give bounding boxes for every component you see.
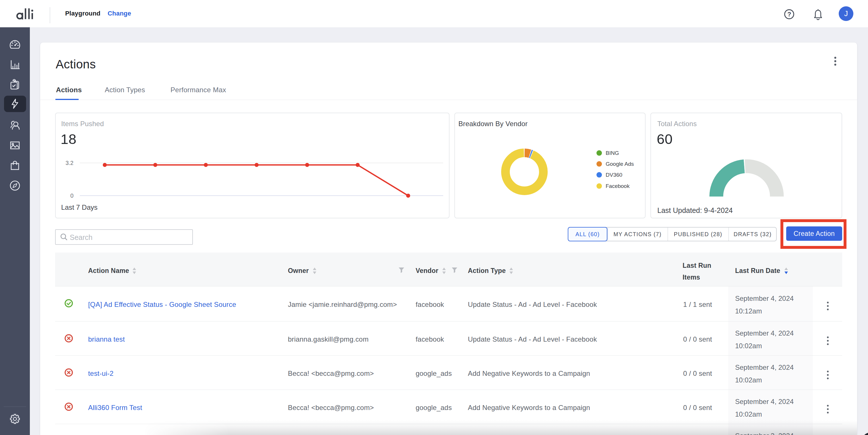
svg-text:?: ? [787,11,791,18]
